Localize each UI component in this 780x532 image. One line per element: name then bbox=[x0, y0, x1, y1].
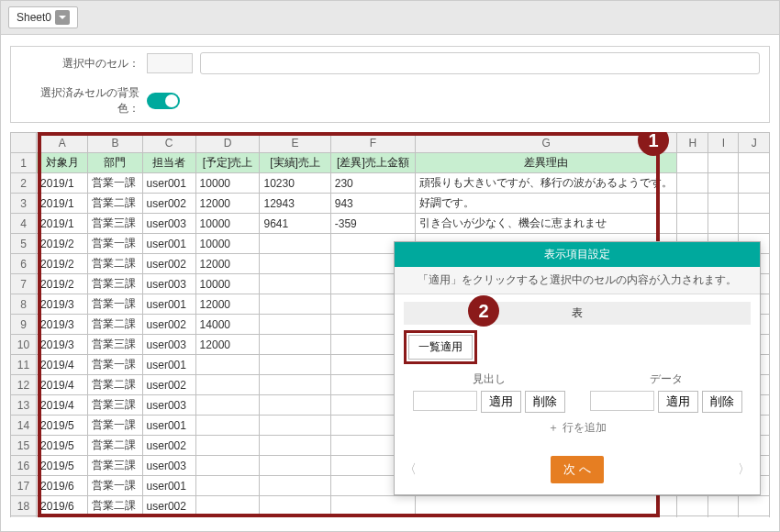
cell[interactable]: 10000 bbox=[195, 274, 260, 294]
cell[interactable]: 12000 bbox=[195, 335, 260, 355]
next-button[interactable]: 次 へ bbox=[551, 456, 604, 483]
chevron-right-icon[interactable]: 〉 bbox=[738, 461, 751, 478]
cell[interactable]: 2019/1 bbox=[37, 173, 88, 194]
cell[interactable]: user001 bbox=[142, 355, 195, 375]
cell[interactable] bbox=[260, 335, 330, 355]
row-header[interactable]: 12 bbox=[11, 375, 37, 395]
cell[interactable] bbox=[416, 516, 677, 518]
col-header[interactable]: I bbox=[708, 133, 739, 153]
chevron-down-icon[interactable] bbox=[55, 10, 70, 25]
cell[interactable]: 頑張りも大きいですが、移行の波があるようです。 bbox=[416, 173, 677, 194]
cell[interactable] bbox=[708, 194, 739, 214]
cell[interactable] bbox=[195, 476, 260, 496]
cell[interactable] bbox=[708, 516, 739, 518]
cell[interactable]: 2019/5 bbox=[37, 436, 88, 456]
data-header-cell[interactable]: [差異]売上金額 bbox=[330, 153, 415, 173]
cell[interactable]: 10000 bbox=[195, 234, 260, 254]
cell[interactable] bbox=[330, 496, 415, 516]
row-header[interactable]: 4 bbox=[11, 214, 37, 234]
delete-button[interactable]: 削除 bbox=[702, 391, 742, 413]
row-header[interactable]: 5 bbox=[11, 234, 37, 254]
col-header[interactable]: C bbox=[142, 133, 195, 153]
cell[interactable] bbox=[677, 173, 708, 194]
data-header-cell[interactable]: 担当者 bbox=[142, 153, 195, 173]
cell[interactable]: user001 bbox=[142, 234, 195, 254]
cell[interactable]: 営業二課 bbox=[88, 436, 142, 456]
row-header[interactable]: 19 bbox=[11, 516, 37, 518]
cell[interactable]: 2019/2 bbox=[37, 254, 88, 274]
data-header-cell[interactable]: [予定]売上 bbox=[195, 153, 260, 173]
cell[interactable] bbox=[260, 274, 330, 294]
sheet-tab[interactable]: Sheet0 bbox=[8, 6, 78, 28]
col-header[interactable]: H bbox=[677, 133, 708, 153]
data-header-cell[interactable]: [実績]売上 bbox=[260, 153, 330, 173]
cell[interactable]: user002 bbox=[142, 315, 195, 335]
cell-reference-input[interactable] bbox=[147, 53, 193, 73]
apply-button[interactable]: 適用 bbox=[658, 391, 698, 413]
row-header[interactable]: 7 bbox=[11, 274, 37, 294]
cell[interactable]: user003 bbox=[142, 335, 195, 355]
row-header[interactable]: 9 bbox=[11, 315, 37, 335]
chevron-left-icon[interactable]: 〈 bbox=[404, 461, 417, 478]
cell[interactable]: 12000 bbox=[195, 194, 260, 214]
cell[interactable]: 2019/6 bbox=[37, 476, 88, 496]
cell[interactable]: user001 bbox=[142, 476, 195, 496]
cell[interactable] bbox=[195, 416, 260, 436]
cell[interactable] bbox=[677, 214, 708, 234]
cell[interactable] bbox=[739, 153, 770, 173]
cell[interactable] bbox=[677, 194, 708, 214]
cell[interactable]: 2019/5 bbox=[37, 456, 88, 476]
cell[interactable]: user002 bbox=[142, 194, 195, 214]
cell[interactable]: 営業二課 bbox=[88, 254, 142, 274]
row-header[interactable]: 2 bbox=[11, 173, 37, 194]
row-header[interactable]: 10 bbox=[11, 335, 37, 355]
cell[interactable] bbox=[708, 173, 739, 194]
row-header[interactable]: 15 bbox=[11, 436, 37, 456]
cell[interactable] bbox=[260, 456, 330, 476]
cell[interactable] bbox=[677, 496, 708, 516]
cell[interactable]: 14000 bbox=[195, 315, 260, 335]
cell[interactable]: user003 bbox=[142, 395, 195, 416]
cell[interactable]: user003 bbox=[142, 456, 195, 476]
add-row-button[interactable]: ＋ 行を追加 bbox=[404, 413, 751, 443]
cell[interactable]: 2019/3 bbox=[37, 315, 88, 335]
data-header-cell[interactable]: 部門 bbox=[88, 153, 142, 173]
cell[interactable]: 12943 bbox=[260, 194, 330, 214]
row-header[interactable]: 13 bbox=[11, 395, 37, 416]
cell[interactable]: 営業一課 bbox=[88, 234, 142, 254]
cell[interactable] bbox=[260, 254, 330, 274]
cell[interactable]: user001 bbox=[142, 173, 195, 194]
cell[interactable]: 2019/4 bbox=[37, 395, 88, 416]
cell[interactable]: 9641 bbox=[260, 214, 330, 234]
cell[interactable]: user002 bbox=[142, 375, 195, 395]
row-header[interactable]: 16 bbox=[11, 456, 37, 476]
cell[interactable] bbox=[260, 476, 330, 496]
cell[interactable]: 営業三課 bbox=[88, 395, 142, 416]
col-header[interactable]: F bbox=[330, 133, 415, 153]
row-header[interactable]: 14 bbox=[11, 416, 37, 436]
cell[interactable]: 2019/6 bbox=[37, 496, 88, 516]
col-header[interactable]: J bbox=[739, 133, 770, 153]
cell[interactable]: 12000 bbox=[195, 294, 260, 315]
cell[interactable] bbox=[195, 456, 260, 476]
cell[interactable]: user003 bbox=[142, 274, 195, 294]
cell[interactable]: 2019/5 bbox=[37, 416, 88, 436]
cell[interactable]: 2019/4 bbox=[37, 375, 88, 395]
col-header[interactable]: A bbox=[37, 133, 88, 153]
cell[interactable] bbox=[195, 395, 260, 416]
cell[interactable]: 営業一課 bbox=[88, 173, 142, 194]
cell[interactable] bbox=[739, 496, 770, 516]
cell[interactable] bbox=[142, 516, 195, 518]
cell[interactable] bbox=[195, 375, 260, 395]
cell[interactable]: 営業一課 bbox=[88, 294, 142, 315]
cell[interactable] bbox=[260, 294, 330, 315]
cell[interactable]: 営業一課 bbox=[88, 355, 142, 375]
cell[interactable]: 10230 bbox=[260, 173, 330, 194]
cell[interactable]: 10000 bbox=[195, 214, 260, 234]
cell[interactable]: 2019/4 bbox=[37, 355, 88, 375]
cell[interactable] bbox=[195, 516, 260, 518]
cell[interactable] bbox=[739, 214, 770, 234]
cell[interactable] bbox=[708, 153, 739, 173]
row-header[interactable]: 3 bbox=[11, 194, 37, 214]
row-header[interactable]: 8 bbox=[11, 294, 37, 315]
